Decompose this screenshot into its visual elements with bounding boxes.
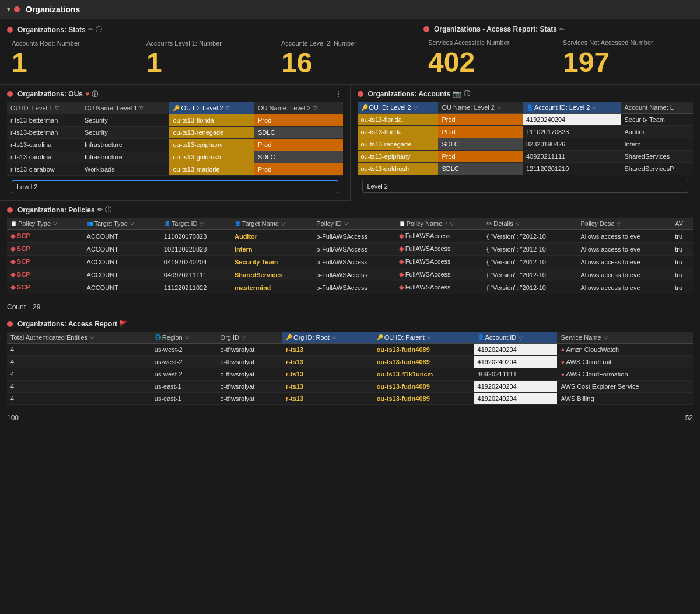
pol-col-policy-name[interactable]: 📋Policy Name ↑▽ [396, 218, 484, 230]
pol-col-av[interactable]: AV [671, 218, 693, 230]
ous-row: r-ts13-bettermanSecurityou-ts13-renegade… [7, 127, 343, 139]
policies-section: Organizations: Policies ✏ ⓘ 📋Policy Type… [0, 201, 700, 299]
stat-accessible-value: 402 [428, 48, 554, 76]
access-cell-org-id: o-tfiwsrolyat [217, 393, 283, 405]
pol-cell-policy-name: ◆ FullAWSAccess [396, 230, 484, 243]
pol-cell-target-id: 040920211111 [160, 268, 231, 281]
stats-right-pencil-icon[interactable]: ✏ [559, 26, 565, 33]
pol-col-target-name[interactable]: 👤Target Name ▽ [231, 218, 313, 230]
stat-not-accessed-value: 197 [563, 48, 688, 76]
ous-dropdown-row: Level 2 [7, 178, 343, 196]
access-cell-entities: 4 [7, 368, 151, 381]
policies-row: ◆ SCPACCOUNT111220211022mastermindp-Full… [7, 281, 693, 294]
pol-col-policy-id[interactable]: Policy ID ▽ [313, 218, 395, 230]
pol-cell-type: ◆ SCP [7, 256, 83, 268]
acc-col-org-id[interactable]: Org ID ▽ [217, 332, 283, 344]
pol-col-target-id[interactable]: 👤Target ID ▽ [160, 218, 231, 230]
access-cell-ou-parent: ou-ts13-fudn4089 [373, 381, 474, 393]
policies-red-dot [7, 207, 13, 213]
acc-cell-ou-name: SDLC [438, 163, 522, 175]
policies-row: ◆ SCPACCOUNT041920240204Security Teamp-F… [7, 256, 693, 268]
ous-col-ou-id-l1[interactable]: OU ID: Level 1 ▽ [7, 102, 81, 114]
ous-col-ou-name-l1[interactable]: OU Name: Level 1 ▽ [81, 102, 169, 114]
access-cell-entities: 4 [7, 381, 151, 393]
access-cell-org-root: r-ts13 [282, 381, 373, 393]
ous-heart-icon[interactable]: ♥ [85, 90, 89, 98]
access-table: Total Authenticated Entities ▽ 🌐Region ▽… [7, 332, 693, 405]
acc-cell-account-name: Security Team [621, 114, 693, 126]
pol-col-type[interactable]: 📋Policy Type ▽ [7, 218, 83, 230]
chevron-icon[interactable]: ▾ [7, 5, 10, 13]
policies-table-wrapper: 📋Policy Type ▽ 👥Target Type ▽ 👤Target ID… [7, 218, 693, 294]
acc-col-ou-id-l2[interactable]: 🔑OU ID: Level 2 ▽ [358, 102, 439, 114]
acc-cell-account-id: 41920240204 [523, 114, 621, 126]
ous-cell: Prod [254, 139, 342, 151]
access-flag-icon: 🚩 [120, 320, 128, 328]
acc-col-org-root[interactable]: 🔑Org ID: Root ▽ [282, 332, 373, 344]
acc-cell-account-id: 111020170823 [523, 126, 621, 138]
ous-col-ou-name-l2[interactable]: OU Name: Level 2 ▽ [254, 102, 342, 114]
pol-cell-type: ◆ SCP [7, 268, 83, 281]
acc-cell-account-name: Auditor [621, 126, 693, 138]
stats-right-red-dot [424, 26, 429, 32]
pol-cell-target-id: 111220211022 [160, 281, 231, 294]
pol-col-policy-desc[interactable]: Policy Desc ▽ [577, 218, 671, 230]
policies-pencil-icon[interactable]: ✏ [97, 206, 103, 214]
acc-cell-ou-name: Prod [438, 126, 522, 138]
stats-right-title: Organizations - Access Report: Stats [434, 25, 557, 33]
pol-cell-policy-desc: Allows access to eve [577, 243, 671, 256]
access-red-dot [7, 321, 13, 327]
ous-panel-inner: Organizations: OUs ♥ ⓘ ⋮ OU ID: Level 1 … [0, 85, 350, 201]
ous-panel-title: Organizations: OUs ♥ ⓘ [7, 90, 98, 99]
accounts-level-dropdown[interactable]: Level 2 [362, 180, 689, 193]
ous-level-dropdown[interactable]: Level 2 [12, 180, 338, 193]
acc-col-region[interactable]: 🌐Region ▽ [151, 332, 217, 344]
access-cell-service: ● AWS CloudFormation [557, 368, 693, 381]
acc-col-account-id[interactable]: 👤Account ID ▽ [474, 332, 558, 344]
acc-col-service-name[interactable]: Service Name ▽ [557, 332, 693, 344]
accounts-table-wrapper: 🔑OU ID: Level 2 ▽ OU Name: Level 2 ▽ 👤Ac… [358, 102, 694, 175]
ous-col-ou-id-l2[interactable]: 🔑OU ID: Level 2 ▽ [169, 102, 254, 114]
acc-col-ou-parent[interactable]: 🔑OU ID: Parent ▽ [373, 332, 474, 344]
ous-cell: r-ts13-clarabow [7, 163, 81, 176]
ous-dots-icon[interactable]: ⋮ [335, 89, 343, 99]
access-cell-org-root: r-ts13 [282, 368, 373, 381]
acc-col-entities[interactable]: Total Authenticated Entities ▽ [7, 332, 151, 344]
ous-cell: r-ts13-carolina [7, 151, 81, 163]
pol-cell-policy-id: p-FullAWSAccess [313, 243, 395, 256]
access-cell-account-id: 41920240204 [474, 356, 558, 368]
stat-accessible-label: Services Accessible Number [428, 39, 554, 46]
ous-cell: Prod [254, 114, 342, 127]
access-cell-entities: 4 [7, 356, 151, 368]
pol-cell-policy-name: ◆ FullAWSAccess [396, 256, 484, 268]
acc-cell-ou-id: ou-ts13-florida [358, 126, 439, 138]
access-cell-service: ● Amzn CloudWatch [557, 344, 693, 356]
pol-cell-policy-name: ◆ FullAWSAccess [396, 268, 484, 281]
pol-cell-av: tru [671, 243, 693, 256]
pol-cell-av: tru [671, 256, 693, 268]
acc-col-ou-name-l2[interactable]: OU Name: Level 2 ▽ [438, 102, 522, 114]
stats-section: Organizations: Stats ✏ ⓘ Accounts Root: … [0, 19, 700, 85]
pol-col-target-type[interactable]: 👥Target Type ▽ [83, 218, 160, 230]
acc-col-account-name[interactable]: Account Name: L [621, 102, 693, 114]
acc-cell-ou-id: ou-ts13-goldrush [358, 163, 439, 175]
ous-cell: ou-ts13-goldrush [169, 151, 254, 163]
pol-cell-policy-desc: Allows access to eve [577, 268, 671, 281]
policies-info-icon[interactable]: ⓘ [105, 205, 111, 214]
pol-cell-policy-desc: Allows access to eve [577, 256, 671, 268]
accounts-info-icon[interactable]: ⓘ [464, 89, 470, 98]
stat-l1-label: Accounts Level 1: Number [146, 40, 272, 47]
acc-cell-account-id: 40920211111 [523, 151, 621, 163]
stats-divider [414, 25, 414, 79]
access-row: 4us-west-2o-tfiwsrolyatr-ts13ou-ts13-fud… [7, 356, 693, 368]
pol-col-details[interactable]: 99Details ▽ [483, 218, 577, 230]
red-dot-icon [14, 6, 20, 12]
access-cell-ou-parent: ou-ts13-41k1uncm [373, 368, 474, 381]
stats-info-icon[interactable]: ⓘ [96, 25, 102, 34]
acc-col-account-id-l2[interactable]: 👤Account ID: Level 2 ▽ [523, 102, 621, 114]
stats-pencil-icon[interactable]: ✏ [88, 26, 93, 33]
acc-cell-ou-name: Prod [438, 114, 522, 126]
pol-cell-target-name: Auditor [231, 230, 313, 243]
accounts-panel-inner: Organizations: Accounts 📷 ⓘ 🔑OU ID: Leve… [351, 85, 701, 200]
ous-info-icon[interactable]: ⓘ [92, 90, 98, 99]
